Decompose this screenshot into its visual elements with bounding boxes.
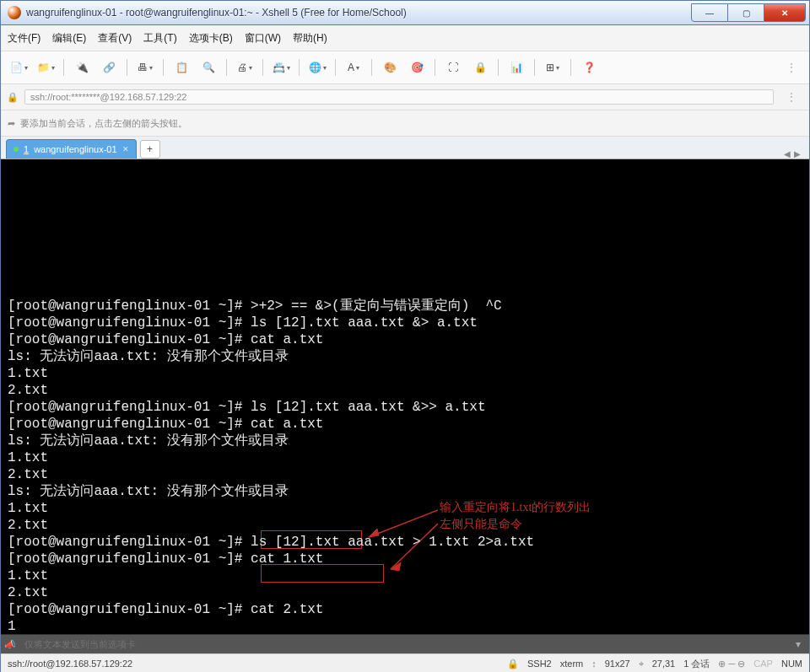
print-icon: 🖨 <box>237 62 247 73</box>
color-scheme-button[interactable]: 🎨 <box>377 57 402 78</box>
keymap-icon: 📇 <box>273 62 285 73</box>
session-tab[interactable]: 1 wangruifenglinux-01 ✕ <box>6 139 137 159</box>
minimize-icon: — <box>705 8 714 18</box>
separator <box>226 59 227 76</box>
lock-icon: 🔒 <box>474 62 487 73</box>
compose-dropdown-icon[interactable]: ▾ <box>791 638 806 650</box>
separator <box>335 59 336 76</box>
session-manager-button[interactable]: 📊 <box>504 57 529 78</box>
encoding-button[interactable]: 🌐 <box>305 57 330 78</box>
close-icon: ✕ <box>781 8 788 18</box>
tab-next-icon[interactable]: ▶ <box>794 149 801 159</box>
separator <box>498 59 499 76</box>
properties-button[interactable]: 🖷 <box>132 57 158 78</box>
terminal-line: [root@wangruifenglinux-01 ~]# ls [12].tx… <box>8 534 802 551</box>
terminal-line: [root@wangruifenglinux-01 ~]# ls [12].tx… <box>8 399 802 416</box>
terminal-line: [root@wangruifenglinux-01 ~]# cat a.txt <box>8 331 802 348</box>
terminal-line: 1.txt <box>8 365 802 382</box>
separator <box>127 59 127 76</box>
address-overflow[interactable]: ⋮ <box>779 87 804 107</box>
open-session-button[interactable]: 📁 <box>33 57 58 78</box>
menu-view[interactable]: 查看(V) <box>98 31 132 46</box>
terminal-line: [root@wangruifenglinux-01 ~]# >+2> == &>… <box>8 298 802 314</box>
menu-tools[interactable]: 工具(T) <box>143 31 176 46</box>
menu-file[interactable]: 文件(F) <box>8 31 40 46</box>
properties-icon: 🖷 <box>138 62 148 73</box>
arrow-icon[interactable]: ➦ <box>8 118 15 129</box>
window-title: wangruifenglinux-01 - root@wangruifengli… <box>26 7 691 19</box>
terminal-line: 2.txt <box>8 517 802 534</box>
highlight-button[interactable]: 🎯 <box>404 57 429 78</box>
terminal-line: ls: 无法访问aaa.txt: 没有那个文件或目录 <box>8 348 802 365</box>
close-button[interactable]: ✕ <box>764 3 806 22</box>
terminal-line: [root@wangruifenglinux-01 ~]# cat 1.txt <box>8 551 802 567</box>
disconnect-icon: 🔗 <box>103 62 116 73</box>
menu-help[interactable]: 帮助(H) <box>293 31 327 46</box>
minimize-button[interactable]: — <box>691 3 728 22</box>
color-icon: 🎨 <box>384 62 397 73</box>
status-num: NUM <box>781 659 802 669</box>
separator <box>299 59 300 76</box>
font-button[interactable]: A <box>341 57 366 78</box>
open-icon: 📁 <box>37 62 50 73</box>
status-bar: ssh://root@192.168.57.129:22 🔒 SSH2 xter… <box>1 653 809 672</box>
highlight-icon: 🎯 <box>411 62 424 73</box>
terminal-line: 2.txt <box>8 466 802 483</box>
menu-window[interactable]: 窗口(W) <box>245 31 281 46</box>
status-size: 91x27 <box>605 659 630 669</box>
paste-button[interactable]: 🔍 <box>196 57 221 78</box>
separator <box>371 59 372 76</box>
reconnect-icon: 🔌 <box>76 62 89 73</box>
compose-input[interactable] <box>21 637 786 651</box>
address-bar: 🔒 ssh://root:********@192.168.57.129:22 … <box>1 84 809 110</box>
help-icon: ❓ <box>583 62 596 73</box>
compose-bar: 📣 ▾ <box>1 634 809 653</box>
status-term: xterm <box>560 659 584 669</box>
broadcast-icon[interactable]: 📣 <box>4 639 16 650</box>
titlebar[interactable]: wangruifenglinux-01 - root@wangruifengli… <box>1 1 809 25</box>
new-tab-button[interactable]: + <box>140 140 160 159</box>
reconnect-button[interactable]: 🔌 <box>69 57 94 78</box>
disconnect-button[interactable]: 🔗 <box>96 57 122 78</box>
terminal-line: [root@wangruifenglinux-01 ~]# cat a.txt <box>8 416 802 433</box>
fullscreen-button[interactable]: ⛶ <box>440 57 466 78</box>
lock-scroll-button[interactable]: 🔒 <box>467 57 493 78</box>
maximize-icon: ▢ <box>742 8 750 18</box>
copy-icon: 📋 <box>176 62 188 73</box>
separator <box>63 59 64 76</box>
terminal[interactable]: 输入重定向将1.txt的行数列出 左侧只能是命令 [root@wangruife… <box>1 159 809 634</box>
copy-button[interactable]: 📋 <box>169 57 194 78</box>
terminal-line: 1.txt <box>8 500 802 517</box>
help-button[interactable]: ❓ <box>576 57 602 78</box>
tab-label: wangruifenglinux-01 <box>34 144 116 154</box>
menu-edit[interactable]: 编辑(E) <box>52 31 86 46</box>
tab-prev-icon[interactable]: ◀ <box>784 149 791 159</box>
separator <box>534 59 535 76</box>
separator <box>435 59 435 76</box>
paste-icon: 🔍 <box>202 62 215 73</box>
terminal-line: ls: 无法访问aaa.txt: 没有那个文件或目录 <box>8 483 802 500</box>
fullscreen-icon: ⛶ <box>448 62 458 73</box>
address-input[interactable]: ssh://root:********@192.168.57.129:22 <box>24 89 774 105</box>
status-connection: ssh://root@192.168.57.129:22 <box>8 659 499 669</box>
menu-bar: 文件(F) 编辑(E) 查看(V) 工具(T) 选项卡(B) 窗口(W) 帮助(… <box>1 25 809 51</box>
close-tab-icon[interactable]: ✕ <box>122 145 129 153</box>
lock-icon: 🔒 <box>6 90 19 104</box>
app-icon <box>8 6 21 19</box>
keymap-button[interactable]: 📇 <box>268 57 294 78</box>
terminal-line: [root@wangruifenglinux-01 ~]# cat 2.txt <box>8 601 802 618</box>
session-icon: 📊 <box>510 62 523 73</box>
tile-button[interactable]: ⊞ <box>540 57 565 78</box>
new-icon: 📄 <box>10 62 23 73</box>
new-session-button[interactable]: 📄 <box>6 57 31 78</box>
hint-bar: ➦ 要添加当前会话，点击左侧的箭头按钮。 <box>1 110 809 137</box>
hint-text: 要添加当前会话，点击左侧的箭头按钮。 <box>20 117 187 130</box>
terminal-line: 2.txt <box>8 584 802 601</box>
status-lock-icon: 🔒 <box>507 659 519 669</box>
status-cursor-pos: 27,31 <box>652 659 676 669</box>
maximize-button[interactable]: ▢ <box>728 3 764 22</box>
separator <box>163 59 164 76</box>
toolbar-overflow[interactable]: ⋮ <box>779 57 804 78</box>
print-button[interactable]: 🖨 <box>232 57 257 78</box>
menu-options[interactable]: 选项卡(B) <box>189 31 233 46</box>
